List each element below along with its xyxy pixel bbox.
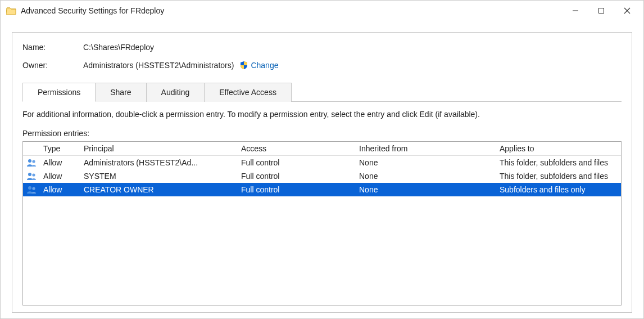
svg-point-5 xyxy=(32,160,35,163)
cell-type: Allow xyxy=(43,172,84,181)
principal-group-icon xyxy=(26,186,38,194)
cell-principal: Administrators (HSSTEST2\Ad... xyxy=(84,158,241,167)
svg-rect-1 xyxy=(599,8,604,14)
cell-applies: This folder, subfolders and files xyxy=(500,158,618,167)
tab-auditing[interactable]: Auditing xyxy=(147,83,205,102)
permission-entries-list[interactable]: Type Principal Access Inherited from App… xyxy=(22,141,622,305)
cell-inherited: None xyxy=(359,172,500,181)
tab-effective-access[interactable]: Effective Access xyxy=(205,83,292,102)
svg-point-8 xyxy=(28,186,31,190)
cell-inherited: None xyxy=(359,185,500,194)
cell-applies: This folder, subfolders and files xyxy=(500,172,618,181)
owner-row: Owner: Administrators (HSSTEST2\Administ… xyxy=(22,61,622,70)
cell-type: Allow xyxy=(43,158,84,167)
header-principal[interactable]: Principal xyxy=(84,144,241,153)
owner-label: Owner: xyxy=(22,61,83,70)
principal-group-icon xyxy=(26,172,38,180)
header-access[interactable]: Access xyxy=(241,144,359,153)
dialog-body: Name: C:\Shares\FRdeploy Owner: Administ… xyxy=(12,32,632,313)
tab-strip: Permissions Share Auditing Effective Acc… xyxy=(22,82,622,101)
cell-inherited: None xyxy=(359,158,500,167)
entries-header: Type Principal Access Inherited from App… xyxy=(23,142,621,156)
entries-label: Permission entries: xyxy=(22,129,622,138)
header-applies[interactable]: Applies to xyxy=(500,144,618,153)
cell-principal: SYSTEM xyxy=(84,172,241,181)
minimize-button[interactable] xyxy=(563,2,588,19)
svg-point-6 xyxy=(28,173,31,176)
table-row[interactable]: Allow CREATOR OWNER Full control None Su… xyxy=(23,183,621,196)
shield-icon xyxy=(239,61,248,70)
svg-point-7 xyxy=(32,173,35,176)
owner-value: Administrators (HSSTEST2\Administrators) xyxy=(83,61,234,70)
table-row[interactable]: Allow SYSTEM Full control None This fold… xyxy=(23,169,621,183)
cell-access: Full control xyxy=(241,185,359,194)
cell-access: Full control xyxy=(241,172,359,181)
change-link-text: Change xyxy=(251,61,278,70)
window-frame: Advanced Security Settings for FRdeploy … xyxy=(0,0,644,319)
svg-point-4 xyxy=(28,159,31,163)
window-title: Advanced Security Settings for FRdeploy xyxy=(21,6,563,15)
cell-principal: CREATOR OWNER xyxy=(84,185,241,194)
window-controls xyxy=(563,2,640,19)
header-inherited[interactable]: Inherited from xyxy=(359,144,500,153)
table-row[interactable]: Allow Administrators (HSSTEST2\Ad... Ful… xyxy=(23,156,621,169)
svg-point-9 xyxy=(32,187,35,190)
maximize-button[interactable] xyxy=(588,2,614,19)
content-area: Name: C:\Shares\FRdeploy Owner: Administ… xyxy=(1,21,643,318)
tab-permissions[interactable]: Permissions xyxy=(22,83,96,102)
header-type[interactable]: Type xyxy=(43,144,84,153)
folder-icon xyxy=(6,6,16,15)
name-label: Name: xyxy=(22,43,83,52)
name-value: C:\Shares\FRdeploy xyxy=(83,43,154,52)
close-button[interactable] xyxy=(614,2,640,19)
info-text: For additional information, double-click… xyxy=(22,110,622,119)
principal-group-icon xyxy=(26,159,38,167)
cell-access: Full control xyxy=(241,158,359,167)
tab-panel-permissions: For additional information, double-click… xyxy=(22,101,622,305)
cell-type: Allow xyxy=(43,185,84,194)
change-owner-link[interactable]: Change xyxy=(239,61,278,70)
cell-applies: Subfolders and files only xyxy=(500,185,618,194)
tab-share[interactable]: Share xyxy=(96,83,146,102)
name-row: Name: C:\Shares\FRdeploy xyxy=(22,43,622,52)
titlebar: Advanced Security Settings for FRdeploy xyxy=(1,1,643,21)
